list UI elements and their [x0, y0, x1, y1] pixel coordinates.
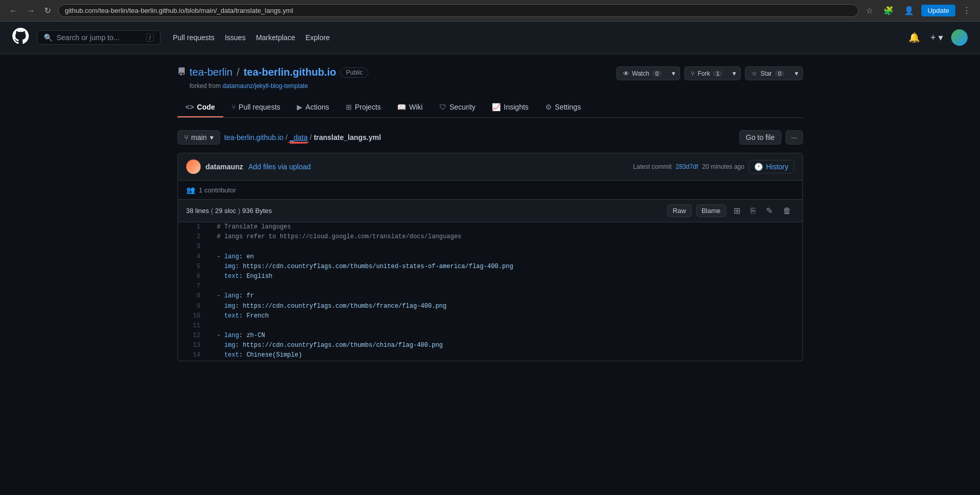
tab-code-label: Code — [197, 103, 215, 111]
search-placeholder: Search or jump to... — [57, 33, 119, 42]
commit-author-avatar — [186, 160, 201, 174]
add-new-button[interactable]: + ▾ — [928, 30, 945, 45]
commit-time: 20 minutes ago — [702, 163, 744, 170]
code-line: 14 text: Chinese(Simple) — [178, 350, 803, 360]
nav-pull-requests[interactable]: Pull requests — [169, 30, 219, 45]
forked-from-link[interactable]: datamaunz/jekyll-blog-template — [223, 82, 308, 90]
tab-security-label: Security — [450, 103, 476, 111]
more-options-button[interactable]: ··· — [786, 130, 803, 145]
commit-hash[interactable]: 283d7df — [675, 163, 698, 170]
bookmark-icon[interactable]: ☆ — [863, 5, 876, 16]
tab-code[interactable]: <> Code — [177, 98, 223, 117]
star-dropdown[interactable]: ▾ — [791, 66, 803, 80]
fork-dropdown[interactable]: ▾ — [728, 66, 741, 80]
browser-nav-buttons: ← → ↻ — [6, 5, 54, 16]
delete-icon[interactable]: 🗑 — [780, 204, 794, 218]
tab-actions[interactable]: ▶ Actions — [289, 98, 337, 117]
line-content: # Translate languges — [209, 222, 299, 232]
history-button[interactable]: 🕐 History — [749, 160, 794, 173]
settings-icon: ⚙ — [545, 103, 552, 111]
fork-button[interactable]: ⑂ Fork 1 — [684, 66, 728, 80]
line-number: 3 — [178, 242, 209, 252]
line-content: img: https://cdn.countryflags.com/thumbs… — [209, 262, 522, 272]
extensions-icon[interactable]: 🧩 — [880, 5, 897, 16]
edit-icon[interactable]: ✎ — [763, 204, 776, 218]
copy-icon[interactable]: ⎘ — [747, 204, 759, 218]
go-to-file-button[interactable]: Go to file — [739, 130, 781, 145]
file-content: 38 lines ( 29 sloc ) 936 Bytes Raw Blame… — [177, 200, 803, 361]
tab-pull-requests-label: Pull requests — [239, 103, 280, 111]
line-content — [209, 281, 229, 291]
line-content: # langs refer to https://cloud.google.co… — [209, 232, 470, 242]
star-action-group: ☆ Star 0 ▾ — [745, 66, 803, 80]
commit-author-name[interactable]: datamaunz — [206, 163, 243, 171]
menu-icon[interactable]: ⋮ — [959, 5, 974, 16]
file-size: 936 Bytes — [242, 207, 272, 215]
tab-projects[interactable]: ⊞ Projects — [337, 98, 389, 117]
file-header: ⑂ main ▾ tea-berlin.github.io / _data / … — [177, 130, 803, 145]
line-content: text: French — [209, 311, 277, 321]
file-sloc: 29 sloc — [215, 207, 236, 215]
line-number: 8 — [178, 291, 209, 301]
line-content: - lang: fr — [209, 291, 262, 301]
repo-name[interactable]: tea-berlin.github.io — [243, 66, 336, 78]
raw-button[interactable]: Raw — [667, 204, 692, 217]
projects-icon: ⊞ — [346, 103, 352, 111]
tab-wiki[interactable]: 📖 Wiki — [389, 98, 431, 117]
branch-selector[interactable]: ⑂ main ▾ — [177, 130, 220, 145]
search-box[interactable]: 🔍 Search or jump to... / — [37, 30, 161, 45]
security-icon: 🛡 — [439, 103, 447, 111]
main-navigation: Pull requests Issues Marketplace Explore — [169, 30, 334, 45]
notification-bell-icon[interactable]: 🔔 — [906, 30, 922, 45]
watch-dropdown[interactable]: ▾ — [668, 66, 680, 80]
line-number: 1 — [178, 222, 209, 232]
tab-insights[interactable]: 📈 Insights — [484, 98, 537, 117]
header-right: 🔔 + ▾ — [906, 29, 968, 46]
github-logo[interactable] — [12, 28, 29, 47]
commit-message[interactable]: Add files via upload — [248, 163, 311, 171]
user-avatar[interactable] — [951, 29, 968, 46]
file-header-actions: Go to file ··· — [739, 130, 803, 145]
repo-owner[interactable]: tea-berlin — [190, 66, 233, 78]
breadcrumb-repo-link[interactable]: tea-berlin.github.io — [224, 133, 283, 142]
tab-settings[interactable]: ⚙ Settings — [537, 98, 590, 117]
star-button[interactable]: ☆ Star 0 — [745, 66, 790, 80]
browser-profile-icon[interactable]: 👤 — [901, 5, 917, 16]
line-number: 2 — [178, 232, 209, 242]
tab-pull-requests[interactable]: ⑂ Pull requests — [223, 98, 289, 117]
update-button[interactable]: Update — [921, 5, 955, 16]
watch-button[interactable]: 👁 Watch 0 — [616, 66, 668, 80]
line-number: 6 — [178, 272, 209, 281]
back-button[interactable]: ← — [6, 5, 21, 16]
line-number: 9 — [178, 302, 209, 311]
tab-security[interactable]: 🛡 Security — [431, 98, 484, 117]
line-number: 7 — [178, 281, 209, 291]
insights-icon: 📈 — [492, 103, 501, 111]
contributors-icon: 👥 — [186, 186, 195, 194]
tab-settings-label: Settings — [555, 103, 581, 111]
history-icon: 🕐 — [754, 163, 763, 171]
code-line: 4- lang: en — [178, 252, 803, 262]
commit-info: datamaunz Add files via upload Latest co… — [177, 153, 803, 181]
pull-request-icon: ⑂ — [231, 103, 236, 111]
tab-projects-label: Projects — [355, 103, 381, 111]
display-icon[interactable]: ⊞ — [730, 204, 743, 218]
fork-count: 1 — [713, 70, 722, 77]
browser-chrome: ← → ↻ github.com/tea-berlin/tea-berlin.g… — [0, 0, 980, 22]
code-line: 3 — [178, 242, 803, 252]
blame-button[interactable]: Blame — [696, 204, 726, 217]
address-bar[interactable]: github.com/tea-berlin/tea-berlin.github.… — [58, 4, 859, 17]
line-number: 11 — [178, 321, 209, 331]
commit-meta: Latest commit 283d7df 20 minutes ago 🕐 H… — [633, 160, 794, 173]
breadcrumb-file-name: translate_langs.yml — [314, 133, 381, 142]
code-line: 8- lang: fr — [178, 291, 803, 301]
refresh-button[interactable]: ↻ — [41, 5, 54, 16]
watch-action-group: 👁 Watch 0 ▾ — [616, 66, 681, 80]
github-header: 🔍 Search or jump to... / Pull requests I… — [0, 22, 980, 54]
nav-explore[interactable]: Explore — [301, 30, 334, 45]
forward-button[interactable]: → — [24, 5, 38, 16]
line-number: 5 — [178, 262, 209, 272]
nav-marketplace[interactable]: Marketplace — [252, 30, 299, 45]
nav-issues[interactable]: Issues — [221, 30, 250, 45]
contributor-count: 1 contributor — [199, 186, 236, 194]
